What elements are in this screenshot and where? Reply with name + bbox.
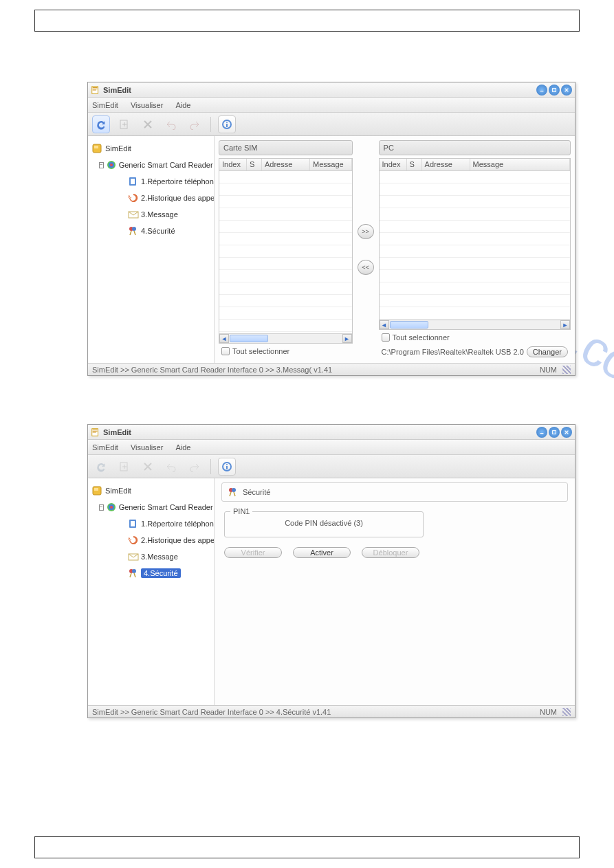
sim-grid-rows[interactable]	[219, 171, 352, 333]
redo-button	[186, 458, 204, 476]
col-message[interactable]: Message	[470, 159, 570, 170]
message-icon	[128, 209, 139, 220]
scroll-left-icon[interactable]: ◄	[380, 320, 389, 329]
sim-grid[interactable]: Index S Adresse Message ◄ ►	[219, 158, 353, 344]
tree-reader[interactable]: − Generic Smart Card Reader Int	[91, 499, 211, 515]
tree-item-label: 1.Répertoire téléphonic	[141, 177, 215, 186]
close-button[interactable]	[561, 85, 572, 96]
collapse-icon[interactable]: −	[99, 504, 104, 511]
tree-item-phonebook[interactable]: 1.Répertoire téléphonic	[91, 173, 211, 190]
sim-select-all-checkbox[interactable]	[221, 347, 230, 355]
col-s[interactable]: S	[247, 159, 262, 170]
svg-point-28	[110, 506, 113, 509]
tree-item-history[interactable]: 2.Historique des appels	[91, 532, 211, 548]
titlebar[interactable]: SimEdit	[88, 82, 575, 98]
tree-reader[interactable]: − Generic Smart Card Reader Int	[91, 157, 211, 173]
menu-visualiser[interactable]: Visualiser	[131, 101, 164, 109]
sim-panel-header: Carte SIM	[219, 140, 353, 155]
close-button[interactable]	[561, 427, 572, 438]
pc-hscroll[interactable]: ◄ ►	[380, 320, 570, 329]
message-icon	[128, 551, 139, 562]
tree-item-label: 4.Sécurité	[141, 227, 175, 235]
col-s[interactable]: S	[407, 159, 422, 170]
tree-root[interactable]: SimEdit	[91, 140, 211, 157]
pin-group-label: PIN1	[230, 507, 252, 515]
delete-button	[139, 458, 157, 476]
new-button	[116, 458, 133, 476]
toolbar-separator	[210, 117, 211, 132]
minimize-button[interactable]	[536, 85, 547, 96]
tree-item-label: 4.Sécurité	[141, 568, 181, 578]
scroll-right-icon[interactable]: ►	[560, 320, 570, 329]
svg-rect-8	[94, 146, 98, 148]
menu-aide[interactable]: Aide	[175, 443, 190, 452]
resize-grip-icon[interactable]	[562, 708, 571, 716]
svg-point-11	[110, 164, 113, 166]
info-button[interactable]	[218, 115, 236, 133]
scroll-track[interactable]	[269, 334, 342, 343]
pc-path-text: C:\Program Files\Realtek\Realtek USB 2.0	[382, 348, 524, 356]
security-pane: Sécurité PIN1 Code PIN désactivé (3) Vér…	[215, 478, 575, 705]
change-path-button[interactable]: Changer	[527, 346, 568, 357]
sim-hscroll[interactable]: ◄ ►	[219, 333, 352, 343]
sim-panel: Carte SIM Index S Adresse Message ◄ ►	[219, 140, 353, 359]
sim-select-all-label: Tout selectionner	[232, 347, 289, 355]
activate-button[interactable]: Activer	[293, 547, 351, 558]
scroll-track[interactable]	[429, 320, 560, 329]
col-index[interactable]: Index	[219, 159, 247, 170]
tree-item-security[interactable]: 4.Sécurité	[91, 223, 211, 239]
svg-rect-25	[94, 488, 98, 491]
transfer-column: >> <<	[355, 140, 376, 359]
undo-button	[162, 458, 180, 476]
tree-item-message[interactable]: 3.Message	[91, 206, 211, 223]
col-message[interactable]: Message	[310, 159, 352, 170]
scroll-left-icon[interactable]: ◄	[219, 334, 229, 343]
scroll-thumb[interactable]	[390, 321, 428, 329]
tree-reader-label: Generic Smart Card Reader Int	[119, 503, 215, 511]
scroll-thumb[interactable]	[230, 335, 268, 342]
tree-item-message[interactable]: 3.Message	[91, 548, 211, 565]
menu-aide[interactable]: Aide	[175, 101, 190, 109]
refresh-button[interactable]	[92, 115, 110, 133]
statusbar: SimEdit >> Generic Smart Card Reader Int…	[88, 705, 575, 717]
maximize-button[interactable]	[549, 427, 560, 438]
pin-status-text: Code PIN désactivé (3)	[233, 519, 415, 527]
tree-root-label: SimEdit	[105, 487, 131, 495]
tree-item-security[interactable]: 4.Sécurité	[91, 565, 211, 581]
svg-point-35	[232, 488, 236, 492]
tree-item-phonebook[interactable]: 1.Répertoire téléphonic	[91, 515, 211, 532]
titlebar[interactable]: SimEdit	[88, 425, 575, 440]
svg-rect-23	[226, 466, 228, 469]
pc-grid[interactable]: Index S Adresse Message ◄ ►	[379, 158, 571, 330]
minimize-button[interactable]	[536, 427, 547, 438]
scroll-right-icon[interactable]: ►	[342, 334, 352, 343]
maximize-button[interactable]	[549, 85, 560, 96]
transfer-left-button[interactable]: <<	[358, 260, 374, 275]
svg-point-22	[226, 464, 228, 465]
col-index[interactable]: Index	[380, 159, 407, 170]
pc-grid-rows[interactable]	[380, 171, 570, 320]
security-title: Sécurité	[243, 488, 270, 496]
collapse-icon[interactable]: −	[99, 162, 104, 168]
history-icon	[128, 535, 139, 546]
menu-simedit[interactable]: SimEdit	[92, 101, 118, 109]
pc-select-all-label: Tout selectionner	[393, 333, 450, 342]
status-breadcrumb: SimEdit >> Generic Smart Card Reader Int…	[92, 366, 332, 374]
pc-select-all-checkbox[interactable]	[382, 333, 390, 342]
col-adresse[interactable]: Adresse	[422, 159, 470, 170]
resize-grip-icon[interactable]	[562, 366, 571, 374]
tree-item-label: 3.Message	[141, 553, 178, 561]
col-adresse[interactable]: Adresse	[262, 159, 310, 170]
app-icon	[91, 85, 100, 95]
svg-rect-19	[553, 430, 556, 434]
info-button[interactable]	[218, 458, 236, 476]
tree-root[interactable]: SimEdit	[91, 482, 211, 499]
menu-visualiser[interactable]: Visualiser	[131, 443, 164, 452]
svg-point-16	[132, 227, 136, 231]
tree-item-history[interactable]: 2.Historique des appels	[91, 190, 211, 206]
sim-select-all-row: Tout selectionner	[219, 344, 353, 359]
transfer-right-button[interactable]: >>	[358, 224, 374, 239]
tree-item-label: 2.Historique des appels	[141, 194, 215, 202]
menu-simedit[interactable]: SimEdit	[92, 443, 118, 452]
pc-select-all-row: Tout selectionner	[379, 330, 571, 345]
